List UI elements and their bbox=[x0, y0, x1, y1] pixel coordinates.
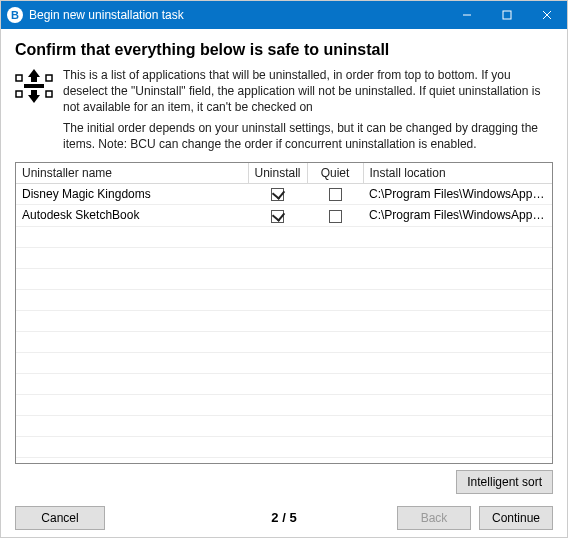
cell-quiet[interactable] bbox=[307, 183, 363, 204]
cell-name: Autodesk SketchBook bbox=[16, 205, 248, 226]
cell-location: C:\Program Files\WindowsApps\A27... bbox=[363, 183, 552, 204]
svg-rect-4 bbox=[16, 75, 22, 81]
svg-rect-9 bbox=[31, 77, 37, 82]
continue-button[interactable]: Continue bbox=[479, 506, 553, 530]
table-row[interactable]: Disney Magic KingdomsC:\Program Files\Wi… bbox=[16, 183, 552, 204]
reorder-icon bbox=[15, 67, 53, 156]
cancel-button[interactable]: Cancel bbox=[15, 506, 105, 530]
titlebar: B Begin new uninstallation task bbox=[1, 1, 567, 29]
cell-uninstall[interactable] bbox=[248, 183, 307, 204]
uninstall-checkbox[interactable] bbox=[271, 210, 284, 223]
column-header-uninstall[interactable]: Uninstall bbox=[248, 163, 307, 184]
intelligent-sort-button[interactable]: Intelligent sort bbox=[456, 470, 553, 494]
column-header-location[interactable]: Install location bbox=[363, 163, 552, 184]
intro-block: This is a list of applications that will… bbox=[15, 67, 553, 156]
page-heading: Confirm that everything below is safe to… bbox=[15, 41, 553, 59]
step-indicator: 2 / 5 bbox=[271, 510, 296, 525]
cell-uninstall[interactable] bbox=[248, 205, 307, 226]
svg-rect-11 bbox=[31, 90, 37, 95]
back-button[interactable]: Back bbox=[397, 506, 471, 530]
app-icon: B bbox=[7, 7, 23, 23]
intro-paragraph-1: This is a list of applications that will… bbox=[63, 67, 553, 116]
window-title: Begin new uninstallation task bbox=[29, 8, 447, 22]
minimize-button[interactable] bbox=[447, 1, 487, 29]
svg-rect-10 bbox=[24, 84, 44, 88]
column-header-name[interactable]: Uninstaller name bbox=[16, 163, 248, 184]
cell-location: C:\Program Files\WindowsApps\890... bbox=[363, 205, 552, 226]
svg-marker-8 bbox=[28, 69, 40, 77]
maximize-button[interactable] bbox=[487, 1, 527, 29]
cell-name: Disney Magic Kingdoms bbox=[16, 183, 248, 204]
svg-rect-5 bbox=[16, 91, 22, 97]
cell-quiet[interactable] bbox=[307, 205, 363, 226]
svg-rect-1 bbox=[503, 11, 511, 19]
close-button[interactable] bbox=[527, 1, 567, 29]
svg-rect-7 bbox=[46, 91, 52, 97]
table-row[interactable]: Autodesk SketchBookC:\Program Files\Wind… bbox=[16, 205, 552, 226]
uninstall-checkbox[interactable] bbox=[271, 188, 284, 201]
svg-marker-12 bbox=[28, 95, 40, 103]
svg-rect-6 bbox=[46, 75, 52, 81]
intro-paragraph-2: The initial order depends on your uninst… bbox=[63, 120, 553, 152]
column-header-quiet[interactable]: Quiet bbox=[307, 163, 363, 184]
quiet-checkbox[interactable] bbox=[329, 210, 342, 223]
quiet-checkbox[interactable] bbox=[329, 188, 342, 201]
uninstall-grid[interactable]: Uninstaller name Uninstall Quiet Install… bbox=[15, 162, 553, 464]
